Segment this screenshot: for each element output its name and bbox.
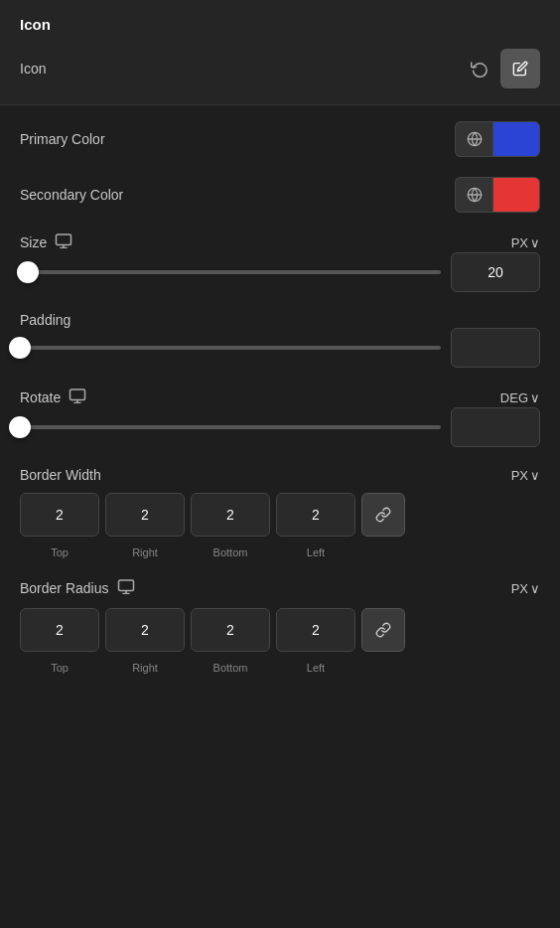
size-monitor-icon bbox=[55, 232, 72, 252]
padding-header: Padding bbox=[20, 312, 540, 328]
link-icon-2 bbox=[375, 622, 391, 638]
rotate-slider-row bbox=[20, 407, 540, 447]
primary-color-row: Primary Color bbox=[20, 121, 540, 157]
border-radius-unit-dropdown[interactable]: PX ∨ bbox=[511, 581, 540, 596]
border-radius-monitor-icon-svg bbox=[117, 578, 135, 594]
secondary-color-row: Secondary Color bbox=[20, 177, 540, 213]
border-width-link-button[interactable] bbox=[361, 493, 405, 537]
border-radius-inputs bbox=[20, 608, 540, 652]
size-slider-row bbox=[20, 252, 540, 292]
edit-button[interactable] bbox=[500, 49, 540, 88]
border-width-left-input[interactable] bbox=[276, 493, 355, 537]
border-width-left-label: Left bbox=[276, 546, 355, 558]
border-width-top-label: Top bbox=[20, 546, 99, 558]
padding-section: Padding bbox=[20, 312, 540, 368]
rotate-label: Rotate bbox=[20, 389, 61, 405]
border-radius-top-input[interactable] bbox=[20, 608, 99, 652]
secondary-color-label: Secondary Color bbox=[20, 187, 123, 203]
border-width-unit-dropdown[interactable]: PX ∨ bbox=[511, 468, 540, 483]
border-radius-right-input[interactable] bbox=[105, 608, 185, 652]
edit-icon bbox=[512, 61, 528, 77]
primary-color-controls bbox=[455, 121, 540, 157]
border-width-right-label: Right bbox=[105, 546, 185, 558]
secondary-color-controls bbox=[455, 177, 540, 213]
icon-label: Icon bbox=[20, 61, 46, 77]
border-radius-left: Border Radius bbox=[20, 578, 135, 598]
border-width-section: Border Width PX ∨ Top Right Bottom Left bbox=[20, 467, 540, 558]
rotate-monitor-icon-svg bbox=[69, 387, 86, 403]
monitor-icon bbox=[55, 232, 72, 248]
rotate-slider-track bbox=[20, 425, 441, 429]
rotate-slider-thumb[interactable] bbox=[9, 416, 31, 438]
size-slider-thumb[interactable] bbox=[17, 261, 39, 283]
primary-color-swatch[interactable] bbox=[492, 121, 540, 157]
main-content: Primary Color Secondary Color bbox=[0, 105, 560, 690]
size-section: Size PX ∨ bbox=[20, 232, 540, 292]
rotate-slider-container bbox=[20, 417, 441, 437]
border-radius-section: Border Radius PX ∨ bbox=[20, 578, 540, 674]
border-radius-left-label: Left bbox=[276, 662, 355, 674]
icon-section-header: Icon Icon bbox=[0, 0, 560, 105]
border-width-header: Border Width PX ∨ bbox=[20, 467, 540, 483]
svg-rect-4 bbox=[57, 234, 71, 245]
svg-rect-10 bbox=[118, 580, 133, 591]
reset-icon bbox=[471, 60, 489, 77]
link-icon bbox=[375, 507, 391, 523]
rotate-monitor-icon bbox=[69, 387, 86, 407]
secondary-color-globe-button[interactable] bbox=[455, 177, 492, 213]
size-slider-container bbox=[20, 262, 441, 282]
icon-controls bbox=[467, 49, 540, 88]
size-header: Size PX ∨ bbox=[20, 232, 540, 252]
border-width-labels: Top Right Bottom Left bbox=[20, 546, 540, 558]
size-unit-dropdown[interactable]: PX ∨ bbox=[511, 235, 540, 250]
rotate-input[interactable] bbox=[451, 407, 540, 447]
size-slider-track bbox=[20, 270, 441, 274]
border-width-top-input[interactable] bbox=[20, 493, 99, 537]
border-width-right-input[interactable] bbox=[105, 493, 185, 537]
rotate-header: Rotate DEG ∨ bbox=[20, 387, 540, 407]
icon-heading: Icon bbox=[20, 16, 540, 33]
border-width-bottom-input[interactable] bbox=[191, 493, 270, 537]
border-radius-label: Border Radius bbox=[20, 580, 109, 596]
padding-slider-container bbox=[20, 338, 441, 358]
padding-slider-thumb[interactable] bbox=[9, 337, 31, 359]
rotate-left: Rotate bbox=[20, 387, 86, 407]
globe-icon-2 bbox=[467, 187, 483, 203]
size-left: Size bbox=[20, 232, 72, 252]
border-radius-bottom-label: Bottom bbox=[191, 662, 270, 674]
rotate-section: Rotate DEG ∨ bbox=[20, 387, 540, 447]
border-radius-labels: Top Right Bottom Left bbox=[20, 662, 540, 674]
globe-icon bbox=[467, 131, 483, 147]
border-width-label: Border Width bbox=[20, 467, 101, 483]
border-radius-header: Border Radius PX ∨ bbox=[20, 578, 540, 598]
reset-button[interactable] bbox=[467, 56, 492, 81]
padding-slider-track bbox=[20, 346, 441, 350]
secondary-color-swatch[interactable] bbox=[492, 177, 540, 213]
rotate-unit-dropdown[interactable]: DEG ∨ bbox=[500, 390, 540, 405]
border-width-inputs bbox=[20, 493, 540, 537]
border-radius-monitor-icon bbox=[117, 578, 135, 598]
border-radius-bottom-input[interactable] bbox=[191, 608, 270, 652]
border-width-bottom-label: Bottom bbox=[191, 546, 270, 558]
border-radius-left-input[interactable] bbox=[276, 608, 355, 652]
size-label: Size bbox=[20, 234, 47, 250]
border-radius-top-label: Top bbox=[20, 662, 99, 674]
size-input[interactable] bbox=[451, 252, 540, 292]
border-radius-link-button[interactable] bbox=[361, 608, 405, 652]
icon-row: Icon bbox=[20, 49, 540, 88]
primary-color-label: Primary Color bbox=[20, 131, 105, 147]
padding-input[interactable] bbox=[451, 328, 540, 368]
padding-slider-row bbox=[20, 328, 540, 368]
primary-color-globe-button[interactable] bbox=[455, 121, 492, 157]
svg-rect-7 bbox=[70, 389, 85, 400]
border-radius-right-label: Right bbox=[105, 662, 185, 674]
padding-label: Padding bbox=[20, 312, 70, 328]
